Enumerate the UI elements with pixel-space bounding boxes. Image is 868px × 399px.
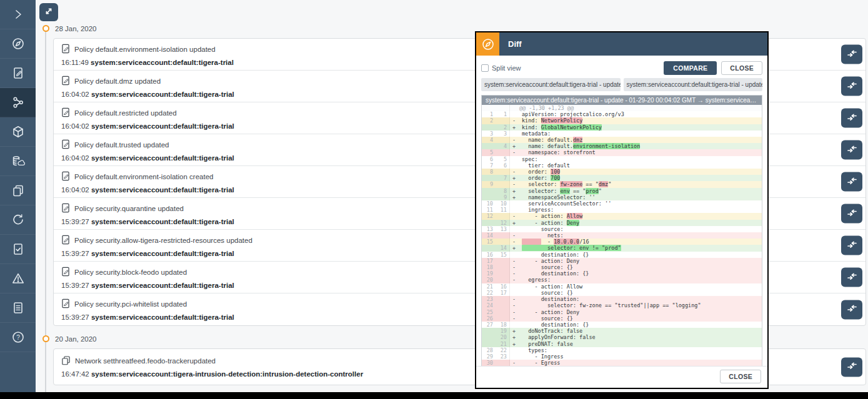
- diff-panel: system:serviceaccount:default:tigera-tri…: [481, 95, 762, 366]
- diff-line: 2+kind: GlobalNetworkPolicy: [482, 124, 762, 131]
- left-revision-value: system:serviceaccount:default:tigera-tri…: [484, 81, 621, 88]
- left-revision-select[interactable]: system:serviceaccount:default:tigera-tri…: [481, 78, 621, 91]
- split-view-label: Split view: [492, 64, 521, 72]
- diff-line: 23- destination:: [482, 296, 762, 302]
- timeline-marker-icon: [42, 335, 49, 342]
- entry-diff-button[interactable]: [841, 300, 862, 319]
- compare-arrows-icon: [847, 112, 857, 124]
- compass-logo-icon: [476, 32, 499, 56]
- diff-line: 11apiVersion: projectcalico.org/v3: [482, 111, 762, 117]
- policy-document-icon: [61, 107, 70, 119]
- document-list-icon: [11, 301, 25, 315]
- sidebar: ?: [0, 0, 36, 392]
- entry-title: Policy default.trusted updated: [74, 141, 169, 149]
- diff-line: 2923 - Ingress: [482, 353, 762, 360]
- diff-modal-body: Split view COMPARE CLOSE system:servicea…: [476, 56, 767, 366]
- diff-line: 19- destination: {}: [482, 270, 762, 277]
- diff-line: 2-kind: NetworkPolicy: [482, 117, 762, 124]
- sidebar-item[interactable]: [0, 0, 36, 29]
- diff-line: 14+ selector: env != "prod": [482, 245, 762, 251]
- entry-diff-button[interactable]: [841, 268, 862, 287]
- entry-diff-button[interactable]: [841, 140, 862, 160]
- policy-document-icon: [61, 171, 70, 182]
- diff-line: 2217 source: {}: [482, 290, 762, 296]
- right-revision-select[interactable]: system:serviceaccount:default:tigera-tri…: [624, 78, 763, 91]
- document-check-icon: [11, 242, 25, 256]
- entry-time: 16:11:49: [61, 59, 91, 66]
- entry-time: 15:39:27: [61, 218, 91, 225]
- entry-time: 15:39:27: [61, 282, 91, 289]
- entry-title: Policy security.block-feodo updated: [74, 268, 187, 276]
- diff-modal-title: Diff: [508, 39, 522, 49]
- entry-account: system:serviceaccount:default:tigera-tri…: [91, 91, 234, 98]
- diff-line: 12- - action: Allow: [482, 213, 762, 219]
- diff-modal-footer: CLOSE: [476, 366, 767, 388]
- sidebar-item[interactable]: [0, 176, 36, 205]
- svg-text:?: ?: [16, 334, 20, 341]
- entry-diff-button[interactable]: [841, 77, 862, 96]
- timeline-date-label: 20 Jan, 2020: [55, 335, 97, 343]
- diff-line: 9+ namespaceSelector: '': [482, 194, 762, 200]
- diff-line: 2718 destination: {}: [482, 322, 762, 328]
- entry-title: Policy default.dmz updated: [74, 77, 161, 85]
- diff-line: 1313 source:: [482, 226, 762, 232]
- storage-cloud-icon: [11, 154, 25, 168]
- sidebar-item[interactable]: ?: [0, 323, 36, 352]
- diff-line: 26- source: {}: [482, 315, 762, 322]
- entry-account: system:serviceaccount:default:tigera-tri…: [91, 218, 234, 225]
- diff-line: 1111 ingress:: [482, 207, 762, 213]
- diff-comparison-header: system:serviceaccount:default:tigera-tri…: [482, 96, 762, 105]
- compare-arrows-icon: [847, 240, 857, 251]
- policy-document-icon: [61, 76, 70, 87]
- diff-line: 1615 destination: {}: [482, 252, 762, 258]
- entry-account: system:serviceaccount:default:tigera-tri…: [91, 186, 234, 194]
- copy-pages-icon: [61, 355, 71, 367]
- diff-modal: Diff Split view COMPARE CLOSE system:ser…: [475, 31, 769, 389]
- compare-arrows-icon: [847, 81, 857, 92]
- compare-arrows-icon: [847, 272, 857, 283]
- diff-line: 20- egress:: [482, 277, 762, 283]
- entry-diff-button[interactable]: [841, 236, 862, 255]
- diff-line: 14- nets:: [482, 232, 762, 239]
- sidebar-item[interactable]: [0, 117, 36, 147]
- sidebar-item[interactable]: [0, 293, 36, 323]
- entry-account: system:serviceaccount:default:tigera-tri…: [91, 122, 234, 130]
- diff-line: 2116 - action: Allow: [482, 283, 762, 290]
- close-button[interactable]: CLOSE: [721, 61, 762, 75]
- compare-arrows-icon: [847, 362, 857, 373]
- refresh-icon: [11, 213, 25, 227]
- entry-diff-button[interactable]: [841, 204, 862, 224]
- diff-lines: @@ -1,30 +1,23 @@11apiVersion: projectca…: [482, 105, 762, 366]
- sidebar-item[interactable]: [0, 264, 36, 293]
- diff-line: 5- namespace: storefront: [482, 149, 762, 155]
- sidebar-item[interactable]: [0, 147, 36, 176]
- entry-diff-button[interactable]: [841, 172, 862, 192]
- sidebar-item[interactable]: [0, 59, 36, 88]
- split-view-checkbox[interactable]: [481, 64, 489, 72]
- warning-triangle-icon: [11, 272, 25, 285]
- diff-line: 33metadata:: [482, 131, 762, 137]
- compare-button[interactable]: COMPARE: [664, 61, 717, 75]
- entry-diff-button[interactable]: [841, 45, 862, 64]
- diff-line: 20+ applyOnForward: false: [482, 334, 762, 340]
- right-revision-value: system:serviceaccount:default:tigera-tri…: [627, 81, 763, 88]
- bottom-strip: [0, 392, 868, 399]
- entry-diff-button[interactable]: [841, 357, 862, 377]
- entry-title: Network setthreatfeed.feodo-trackerupdat…: [75, 357, 216, 365]
- sidebar-item[interactable]: [0, 235, 36, 264]
- policy-document-icon: [61, 298, 70, 310]
- sidebar-item[interactable]: [0, 29, 36, 59]
- diff-line: 12+ - action: Deny: [482, 220, 762, 226]
- entry-title: Policy security.quarantine updated: [74, 205, 184, 212]
- chevron-right-icon: [11, 7, 25, 21]
- footer-close-button[interactable]: CLOSE: [720, 370, 761, 383]
- diff-line: 8- order: 100: [482, 169, 762, 175]
- entry-title: Policy security.allow-tigera-restricted-…: [74, 237, 252, 244]
- policy-document-icon: [61, 235, 70, 246]
- policy-document-icon: [61, 44, 70, 55]
- entry-time: 15:39:27: [61, 250, 91, 257]
- entry-diff-button[interactable]: [841, 109, 862, 128]
- document-edit-icon: [11, 66, 25, 80]
- sidebar-item[interactable]: [0, 205, 36, 235]
- sidebar-item[interactable]: [0, 88, 36, 117]
